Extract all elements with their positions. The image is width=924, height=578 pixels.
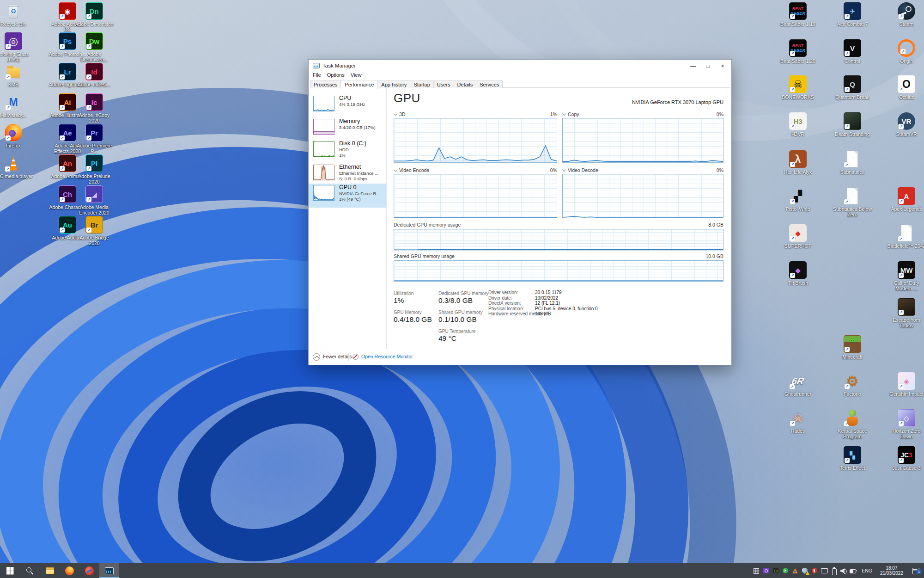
- desktop-icon-kms[interactable]: ↗KMS: [0, 63, 33, 87]
- half-life-alyx-icon: λ↗: [789, 150, 807, 168]
- fewer-details-button[interactable]: Fewer details: [323, 354, 352, 359]
- minimize-button[interactable]: —: [686, 60, 700, 72]
- tab-services[interactable]: Services: [476, 80, 503, 88]
- desktop-icon-apex-legends[interactable]: A↗Apex Legends: [887, 187, 924, 212]
- menu-view[interactable]: View: [351, 72, 362, 78]
- tray-green-app-tray[interactable]: [780, 563, 790, 578]
- desktop-icon-adobe-indesi[interactable]: Id↗Adobe InDesi...: [74, 63, 114, 87]
- sidebar-item-gpu-0[interactable]: GPU 0NVIDIA GeForce R...1% (49 °C): [309, 184, 386, 208]
- tab-processes[interactable]: Processes: [310, 80, 341, 88]
- desktop-icon-superhot[interactable]: ◆↗SUPERHOT: [778, 224, 818, 249]
- desktop-icon-boneworks[interactable]: ☠↗BONEWORKS: [778, 75, 818, 100]
- desktop-icon-quantum-break[interactable]: Q↗Quantum Break: [833, 75, 872, 100]
- desktop-icon-factorio[interactable]: ⚙↗Factorio: [833, 372, 872, 397]
- desktop-icon-subnautica[interactable]: ↗Subnautica: [833, 150, 872, 175]
- desktop-icon-call-of-duty-modern[interactable]: MW↗Call of Duty Modern ...: [887, 261, 924, 291]
- desktop-icon-beat-saber-1-20[interactable]: BEATSABER↗Beat Saber 1.20: [778, 39, 818, 64]
- tab-performance[interactable]: Performance: [340, 80, 378, 89]
- desktop-icon-adobe-bridge-2020[interactable]: Br↗Adobe Bridge 2020: [74, 216, 114, 246]
- adobe-bridge-2020-icon: Br↗: [85, 216, 103, 234]
- menu-file[interactable]: File: [313, 72, 321, 78]
- tab-users[interactable]: Users: [433, 80, 454, 88]
- taskbar-clock[interactable]: 18:07 21/03/2022: [876, 566, 907, 576]
- desktop-icon-ace-combat-7[interactable]: ✈↗Ace Combat 7: [833, 2, 872, 27]
- desktop-icon-h3vr[interactable]: H3↗H3VR: [778, 112, 818, 137]
- desktop-icon-adobe-dimension[interactable]: Dn↗Adobe Dimension: [74, 2, 114, 27]
- desktop-icon-genshin-impact[interactable]: ◈↗Genshin Impact: [887, 372, 924, 397]
- desktop-icon-origin[interactable]: ↗Origin: [887, 39, 924, 64]
- desktop-icon-control[interactable]: V↗Control: [833, 39, 872, 64]
- desktop-icon-adobe-dreamwea[interactable]: Dw↗Adobe Dreamwea...: [74, 32, 114, 62]
- desktop-icon-beat-saber-1-19[interactable]: BEATSABER↗Beat Saber 1.19: [778, 2, 818, 27]
- tray-power-status[interactable]: [848, 563, 858, 578]
- close-button[interactable]: ×: [715, 60, 730, 72]
- desktop-icon-pistol-whip[interactable]: ▞↗Pistol Whip: [778, 187, 818, 212]
- tray-red-app-tray[interactable]: [809, 563, 819, 578]
- desktop-icon-oculus[interactable]: O↗Oculus: [887, 75, 924, 100]
- tray-security-shield[interactable]: [800, 563, 809, 578]
- open-resource-monitor-link[interactable]: Open Resource Monitor: [361, 354, 413, 359]
- desktop-icon-malwareby[interactable]: M↗Malwareby...: [0, 93, 33, 118]
- tray-touch-keyboard[interactable]: [751, 563, 761, 578]
- title-bar[interactable]: Task Manager — □ ×: [309, 60, 731, 72]
- footer-bar: Fewer details Open Resource Monitor: [309, 349, 731, 365]
- desktop-icon-adobe-prelude-2020[interactable]: Pl↗Adobe Prelude 2020: [74, 154, 114, 184]
- sidebar-item-disk-0-c[interactable]: Disk 0 (C:)HDD1%: [309, 140, 386, 162]
- apex-legends-icon: A↗: [898, 187, 915, 205]
- notification-center-button[interactable]: 1: [907, 565, 924, 577]
- desktop-icon-adobe-incopy-2020[interactable]: Ic↗Adobe InCopy 2020: [74, 93, 114, 123]
- tray-usb-device[interactable]: [829, 563, 839, 578]
- taskbar-task-manager-button[interactable]: [99, 563, 119, 578]
- desktop-icon-minecraft[interactable]: ∞↗Minecraft: [833, 335, 872, 360]
- desktop-icon-ghostrunner[interactable]: 6R↗Ghostrunner: [778, 372, 818, 397]
- desktop-icon-adobe-media-encoder-2020[interactable]: ◢↗Adobe Media Encoder 2020: [74, 185, 114, 215]
- gpu-device-name: NVIDIA GeForce RTX 3070 Laptop GPU: [632, 99, 723, 105]
- desktop-icon-escape-from-tarkov[interactable]: ↗Escape from Tarkov: [887, 298, 924, 328]
- taskbar-start-button[interactable]: [0, 563, 20, 578]
- desktop-icon-steam[interactable]: ↗Steam: [887, 2, 924, 27]
- tray-looking-glass-tray[interactable]: [761, 563, 771, 578]
- desktop-icon-half-life-alyx[interactable]: λ↗Half Life Alyx: [778, 150, 818, 175]
- sidebar-item-detail: 1% (49 °C): [339, 197, 386, 202]
- desktop-icon-firefox[interactable]: ↗Firefox: [0, 124, 33, 148]
- desktop-icon-tetris-effect[interactable]: ▚↗Tetris Effect: [833, 446, 872, 471]
- collapse-chevron-icon[interactable]: [394, 168, 397, 172]
- taskbar-search-button[interactable]: [20, 563, 40, 578]
- collapse-chevron-icon[interactable]: [562, 112, 566, 116]
- fewer-details-chevron-icon[interactable]: [313, 353, 320, 361]
- taskbar-file-explorer-button[interactable]: [40, 563, 60, 578]
- tab-startup[interactable]: Startup: [410, 80, 433, 88]
- stat-label-dedicated-gpu-memory: Dedicated GPU memory: [438, 291, 488, 296]
- desktop-icon-horizon-zero-dawn[interactable]: ◇↗Horizon Zero Dawn: [887, 409, 924, 439]
- taskbar-firefox-button[interactable]: [60, 563, 79, 578]
- sidebar-item-cpu[interactable]: CPU4% 3.19 GHz: [309, 94, 386, 116]
- factorio-icon: ⚙↗: [844, 372, 861, 390]
- tab-app-history[interactable]: App history: [377, 80, 410, 88]
- desktop-icon-just-cause-3[interactable]: JC3↗Just Cause 3: [887, 446, 924, 471]
- desktop-icon-adobe-premiere-p[interactable]: Pr↗Adobe Premiere P...: [74, 124, 114, 154]
- sidebar-item-memory[interactable]: Memory3.4/20.0 GB (17%): [309, 117, 386, 139]
- taskbar-pinned-app-button[interactable]: [79, 563, 99, 578]
- tray-network-status[interactable]: [819, 563, 829, 578]
- tray-volume[interactable]: [839, 563, 848, 578]
- desktop-icon-death-stranding[interactable]: ↗Death Stranding: [833, 112, 872, 137]
- maximize-button[interactable]: □: [700, 60, 715, 72]
- taskbar: ENG 18:07 21/03/2022 1: [0, 563, 924, 578]
- tray-nvidia-settings[interactable]: [771, 563, 780, 578]
- menu-options[interactable]: Options: [327, 72, 345, 78]
- desktop-icon-battlefield-2042[interactable]: ↗Battlefield™ 2042: [887, 224, 924, 249]
- desktop-icon-tilt-brush[interactable]: ◆↗Tilt Brush: [778, 261, 818, 286]
- desktop-icon-subnautica-below-zero[interactable]: ↗Subnautica Below Zero: [833, 187, 872, 217]
- desktop-icon-kerbal-space-program[interactable]: ↗Kerbal Space Program: [833, 409, 872, 439]
- language-indicator[interactable]: ENG: [858, 568, 876, 573]
- sidebar-item-ethernet[interactable]: EthernetEthernet Instance ...S: 0 R: 0 K…: [309, 163, 386, 186]
- desktop-icon-steamvr[interactable]: VR↗SteamVR: [887, 112, 924, 137]
- collapse-chevron-icon[interactable]: [562, 168, 566, 172]
- desktop-icon-looking-glass-host[interactable]: ◎↗Looking Glass (host): [0, 32, 33, 62]
- desktop-icon-hades[interactable]: ☠↗Hades: [778, 409, 818, 434]
- tab-details[interactable]: Details: [454, 80, 477, 88]
- tray-orange-app-tray[interactable]: [790, 563, 800, 578]
- desktop-icon-vlc-media-player[interactable]: ↗VLC media player: [0, 154, 33, 179]
- desktop-icon-recycle-bin[interactable]: ♻Recycle Bin: [0, 2, 33, 27]
- collapse-chevron-icon[interactable]: [394, 112, 397, 116]
